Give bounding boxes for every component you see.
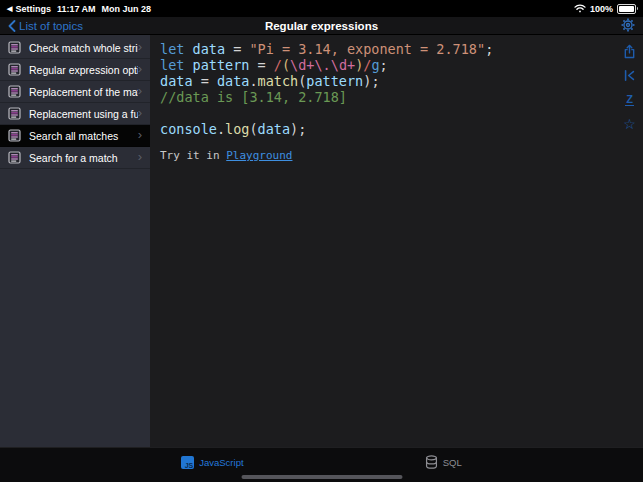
topic-doc-icon	[8, 85, 21, 98]
battery-icon	[617, 4, 636, 14]
home-indicator[interactable]	[241, 475, 402, 479]
page-title: Regular expressions	[0, 20, 643, 32]
chevron-right-icon: ›	[138, 84, 142, 97]
javascript-logo-icon: JS	[181, 456, 194, 469]
tab-javascript-label: JavaScript	[199, 457, 243, 468]
sidebar-item[interactable]: Replacement of the match›	[0, 81, 150, 103]
star-icon[interactable]: ☆	[622, 116, 637, 131]
try-it-line: Try it in Playground	[160, 149, 613, 162]
code-editor[interactable]: let data = "Pi = 3.14, exponent = 2.718"…	[150, 35, 643, 448]
chevron-right-icon: ›	[138, 62, 142, 75]
sidebar-item-label: Regular expression options	[29, 64, 138, 76]
back-button-label: List of topics	[19, 20, 83, 32]
tab-javascript[interactable]: JS JavaScript	[181, 456, 243, 469]
status-bar: ◀ Settings 11:17 AM Mon Jun 28 100%	[0, 0, 643, 17]
tab-sql-label: SQL	[443, 457, 462, 468]
status-date: Mon Jun 28	[102, 4, 152, 14]
settings-gear-icon[interactable]	[621, 18, 635, 32]
back-to-app-button[interactable]: ◀ Settings	[7, 4, 51, 14]
back-to-app-label: Settings	[15, 4, 51, 14]
topic-doc-icon	[8, 107, 21, 120]
screen: ◀ Settings 11:17 AM Mon Jun 28 100%	[0, 0, 643, 482]
share-icon[interactable]	[622, 44, 637, 59]
nav-bar: List of topics Regular expressions	[0, 17, 643, 35]
topic-doc-icon	[8, 41, 21, 54]
battery-percent: 100%	[590, 4, 613, 14]
back-button[interactable]: List of topics	[8, 20, 83, 32]
skip-to-start-icon[interactable]	[622, 68, 637, 83]
topic-doc-icon	[8, 63, 21, 76]
tab-sql[interactable]: SQL	[425, 455, 462, 469]
sidebar-item[interactable]: Search all matches›	[0, 125, 150, 147]
code-line: let pattern = /(\d+\.\d+)/g;	[160, 57, 613, 73]
code-line: //data is [3.14, 2.718]	[160, 89, 613, 105]
sidebar-item[interactable]: Replacement using a function›	[0, 103, 150, 125]
topics-sidebar: Check match whole string›Regular express…	[0, 35, 150, 448]
sidebar-item-label: Search all matches	[29, 130, 138, 142]
code-block[interactable]: let data = "Pi = 3.14, exponent = 2.718"…	[160, 41, 613, 137]
code-line	[160, 105, 613, 121]
editor-side-toolbar: Z ☆	[622, 44, 637, 131]
sidebar-item-label: Replacement using a function	[29, 108, 138, 120]
chevron-left-icon	[8, 20, 16, 32]
topic-doc-icon	[8, 151, 21, 164]
topic-doc-icon	[8, 129, 21, 142]
database-icon	[425, 455, 438, 469]
try-it-text: Try it in	[160, 149, 226, 162]
sidebar-item[interactable]: Regular expression options›	[0, 59, 150, 81]
main-content: Check match whole string›Regular express…	[0, 35, 643, 448]
code-line: let data = "Pi = 3.14, exponent = 2.718"…	[160, 41, 613, 57]
z-underline-icon[interactable]: Z	[622, 92, 637, 107]
sidebar-item-label: Search for a match	[29, 152, 138, 164]
chevron-right-icon: ›	[138, 128, 142, 141]
sidebar-item[interactable]: Search for a match›	[0, 147, 150, 169]
chevron-right-icon: ›	[138, 150, 142, 163]
chevron-right-icon: ›	[138, 40, 142, 53]
code-line: console.log(data);	[160, 121, 613, 137]
chevron-right-icon: ›	[138, 106, 142, 119]
wifi-icon	[574, 4, 586, 13]
sidebar-item-label: Replacement of the match	[29, 86, 138, 98]
back-to-app-icon: ◀	[7, 5, 12, 12]
playground-link[interactable]: Playground	[226, 149, 292, 162]
status-time: 11:17 AM	[57, 4, 96, 14]
code-line: data = data.match(pattern);	[160, 73, 613, 89]
sidebar-item-label: Check match whole string	[29, 42, 138, 54]
sidebar-item[interactable]: Check match whole string›	[0, 37, 150, 59]
